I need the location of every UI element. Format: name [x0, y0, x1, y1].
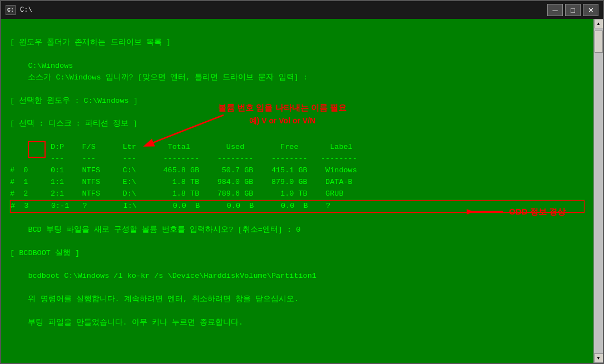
- cmd-window: C: C:\ ─ □ ✕ [ 윈도우 폴더가 존재하는 드라이브 목록 ] C:…: [0, 0, 604, 364]
- close-button[interactable]: ✕: [583, 4, 598, 16]
- line-9: [10, 130, 585, 142]
- table-row-0: # 0 0:1 NTFS C:\ 465.8 GB 50.7 GB 415.1 …: [10, 165, 585, 177]
- title-bar-left: C: C:\: [6, 5, 32, 15]
- annotation-volume: 볼륨 번호 임을 나타내는 이름 필요 예) V or Vol or V/N: [218, 101, 346, 127]
- odd-label: ODD 정보 경상: [509, 205, 566, 218]
- line-0: [10, 26, 585, 37]
- odd-arrow: [467, 205, 506, 218]
- line-blank5: [10, 306, 585, 317]
- terminal-output: [ 윈도우 폴더가 존재하는 드라이브 목록 ] C:\Windows 소스가 …: [1, 19, 593, 363]
- table-separator: --- --- --- -------- -------- -------- -…: [10, 153, 585, 165]
- odd-annotation: ODD 정보 경상: [467, 205, 566, 218]
- table-header: D:P F/S Ltr Total Used Free Label: [10, 142, 585, 153]
- line-4: 소스가 C:\Windows 입니까? [맞으면 엔터, 틀리면 드라이브 문자…: [10, 72, 585, 84]
- bcdboot-cmd: bcdboot C:\Windows /l ko-kr /s \Device\H…: [10, 271, 585, 282]
- done-msg: 부팅 파일을 만들었습니다. 아무 키나 누르면 종료합니다.: [10, 317, 585, 329]
- line-blank2: [10, 236, 585, 248]
- line-2: [10, 49, 585, 61]
- scroll-thumb[interactable]: [595, 31, 603, 53]
- continue-msg: 위 명령어를 실행합니다. 계속하려면 엔터, 취소하려면 창을 닫으십시오.: [10, 294, 585, 306]
- scroll-up-button[interactable]: ▲: [594, 19, 603, 28]
- annotation-subtitle: 예) V or Vol or V/N: [218, 115, 346, 127]
- maximize-button[interactable]: □: [565, 4, 581, 16]
- annotation-arrow: [129, 101, 229, 151]
- bcdboot-header: [ BCDBOOT 실행 ]: [10, 248, 585, 260]
- annotation-title: 볼륨 번호 임을 나타내는 이름 필요: [218, 101, 346, 114]
- icon-text: C:: [7, 7, 14, 13]
- line-blank4: [10, 282, 585, 294]
- scroll-down-button[interactable]: ▼: [594, 353, 603, 363]
- line-1: [ 윈도우 폴더가 존재하는 드라이브 목록 ]: [10, 37, 585, 49]
- red-box-marker: [28, 141, 46, 158]
- title-bar: C: C:\ ─ □ ✕: [1, 1, 603, 19]
- table-row-1: # 1 1:1 NTFS E:\ 1.8 TB 984.0 GB 879.0 G…: [10, 177, 585, 188]
- line-3: C:\Windows: [10, 61, 585, 72]
- scroll-track[interactable]: [594, 28, 603, 353]
- line-blank3: [10, 259, 585, 271]
- window-title: C:\: [20, 6, 32, 14]
- title-bar-buttons: ─ □ ✕: [547, 4, 598, 16]
- content-area: [ 윈도우 폴더가 존재하는 드라이브 목록 ] C:\Windows 소스가 …: [1, 19, 603, 363]
- line-5: [10, 84, 585, 96]
- minimize-button[interactable]: ─: [547, 4, 563, 16]
- scrollbar: ▲ ▼: [593, 19, 603, 363]
- table-row-2: # 2 2:1 NTFS D:\ 1.8 TB 789.6 GB 1.0 TB …: [10, 188, 585, 200]
- bcd-prompt: BCD 부팅 파일을 새로 구성할 볼륨 번호를 입력하시오? [취소=엔터] …: [10, 225, 585, 236]
- window-icon: C:: [6, 5, 16, 15]
